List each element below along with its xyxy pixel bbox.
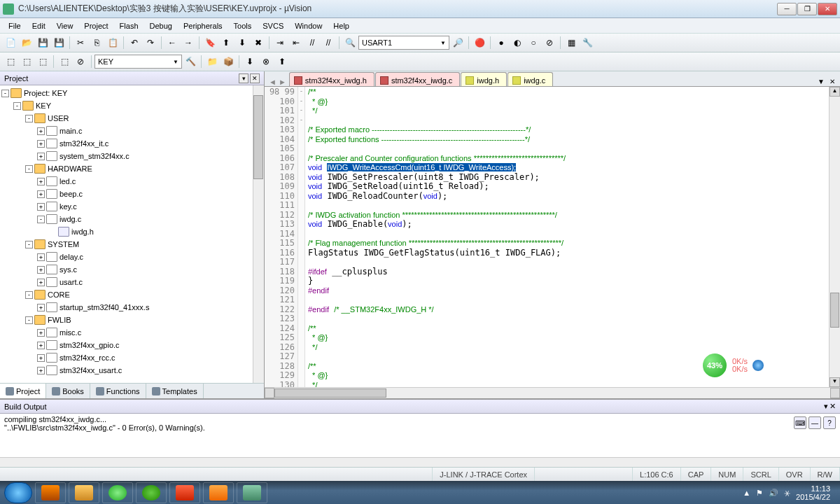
uncomment-button[interactable]: // bbox=[321, 35, 336, 50]
open-file-button[interactable]: 📂 bbox=[19, 35, 34, 50]
ime-help-button[interactable]: ? bbox=[823, 416, 836, 429]
code-view[interactable]: 98 99 100 101 102 103 104 105 106 107 10… bbox=[265, 87, 840, 387]
bookmark-next-button[interactable]: ⬇ bbox=[234, 35, 250, 50]
menu-flash[interactable]: Flash bbox=[114, 20, 144, 31]
bottom-tab-templates[interactable]: Templates bbox=[146, 384, 204, 398]
tree-file-iwdg-c[interactable]: -iwdg.c bbox=[1, 213, 262, 225]
taskbar[interactable]: ▲ ⚑ 🔊 ⚹ 11:13 2015/4/22 bbox=[0, 481, 840, 504]
tray-up-icon[interactable]: ▲ bbox=[743, 489, 750, 497]
system-tray[interactable]: ▲ ⚑ 🔊 ⚹ 11:13 2015/4/22 bbox=[743, 484, 836, 501]
ime-mode-button[interactable]: — bbox=[808, 416, 821, 429]
task-powerpoint[interactable] bbox=[169, 482, 200, 503]
tree-scrollbar[interactable] bbox=[253, 85, 264, 383]
debug-button[interactable]: 🔴 bbox=[472, 35, 487, 50]
window-button[interactable]: ▦ bbox=[564, 35, 579, 50]
tab-close-button[interactable]: ✕ bbox=[827, 76, 837, 86]
tree-file-startup_stm32f40_41xxx-s[interactable]: +startup_stm32f40_41xxx.s bbox=[1, 301, 262, 314]
outdent-button[interactable]: ⇤ bbox=[288, 35, 304, 50]
tab-menu-button[interactable]: ▼ bbox=[816, 76, 826, 86]
tree-file-key-c[interactable]: +key.c bbox=[1, 200, 262, 213]
task-app-3[interactable] bbox=[203, 482, 234, 503]
breakpoint-enable-button[interactable]: ◐ bbox=[510, 35, 525, 50]
manage-button[interactable]: 📁 bbox=[204, 54, 220, 69]
indent-button[interactable]: ⇥ bbox=[272, 35, 288, 50]
file-tab-stm32f4xx_iwdg-c[interactable]: stm32f4xx_iwdg.c bbox=[375, 72, 460, 86]
menu-help[interactable]: Help bbox=[328, 20, 355, 31]
tree-project[interactable]: -Project: KEY bbox=[1, 87, 262, 99]
configure-button[interactable]: 🔧 bbox=[580, 35, 595, 50]
find-button[interactable]: 🔍 bbox=[342, 35, 358, 50]
tree-file-delay-c[interactable]: +delay.c bbox=[1, 251, 262, 263]
find-combo[interactable]: USART1▼ bbox=[358, 36, 449, 50]
find-in-files-button[interactable]: 🔎 bbox=[450, 35, 465, 50]
breakpoint-disable-button[interactable]: ○ bbox=[526, 35, 541, 50]
stop-build-button[interactable]: ⊘ bbox=[73, 54, 88, 69]
options-button[interactable]: 🔨 bbox=[183, 54, 198, 69]
tree-file-led-c[interactable]: +led.c bbox=[1, 175, 262, 188]
menu-file[interactable]: File bbox=[3, 20, 27, 31]
breakpoint-insert-button[interactable]: ● bbox=[493, 35, 509, 50]
erase-button[interactable]: ⊗ bbox=[258, 54, 274, 69]
tree-file-sys-c[interactable]: +sys.c bbox=[1, 263, 262, 276]
tree-file-main-c[interactable]: +main.c bbox=[1, 125, 262, 137]
menu-project[interactable]: Project bbox=[78, 20, 113, 31]
task-app-1[interactable] bbox=[35, 482, 66, 503]
tree-group-system[interactable]: -SYSTEM bbox=[1, 238, 262, 251]
minimize-button[interactable]: ─ bbox=[777, 3, 797, 15]
project-tree[interactable]: -Project: KEY-KEY-USER+main.c+stm32f4xx_… bbox=[0, 85, 264, 383]
menu-svcs[interactable]: SVCS bbox=[257, 20, 289, 31]
task-explorer[interactable] bbox=[69, 482, 99, 503]
comment-button[interactable]: // bbox=[304, 35, 320, 50]
source-text[interactable]: /** * @} */ /* Exported macro ----------… bbox=[305, 87, 829, 387]
menu-window[interactable]: Window bbox=[289, 20, 328, 31]
undo-button[interactable]: ↶ bbox=[127, 35, 142, 50]
tree-group-fwlib[interactable]: -FWLIB bbox=[1, 314, 262, 326]
tree-file-stm32f4xx_rcc-c[interactable]: +stm32f4xx_rcc.c bbox=[1, 351, 262, 364]
tree-group-user[interactable]: -USER bbox=[1, 112, 262, 125]
bottom-tab-project[interactable]: Project bbox=[0, 384, 46, 398]
download-button[interactable]: ⬇ bbox=[242, 54, 258, 69]
build-output-text[interactable]: compiling stm32f4xx_iwdg.c... "..\FWLIB\… bbox=[0, 414, 840, 457]
tree-file-system_stm32f4xx-c[interactable]: +system_stm32f4xx.c bbox=[1, 150, 262, 162]
build-output-hscroll[interactable] bbox=[0, 457, 840, 467]
redo-button[interactable]: ↷ bbox=[143, 35, 158, 50]
editor-vscroll[interactable]: ▲▼ bbox=[829, 87, 840, 387]
menu-debug[interactable]: Debug bbox=[144, 20, 178, 31]
tray-flag-icon[interactable]: ⚑ bbox=[756, 489, 763, 498]
new-file-button[interactable]: 📄 bbox=[3, 35, 18, 50]
load-button[interactable]: ⬆ bbox=[274, 54, 290, 69]
file-tab-iwdg-h[interactable]: iwdg.h bbox=[461, 72, 507, 86]
bottom-tab-functions[interactable]: Functions bbox=[90, 384, 146, 398]
translate-button[interactable]: ⬚ bbox=[3, 54, 18, 69]
task-uvision[interactable] bbox=[237, 482, 267, 503]
tree-file-stm32f4xx_usart-c[interactable]: +stm32f4xx_usart.c bbox=[1, 364, 262, 377]
target-combo[interactable]: KEY▼ bbox=[94, 55, 182, 69]
manage-rte-button[interactable]: 📦 bbox=[220, 54, 236, 69]
start-button[interactable] bbox=[4, 482, 32, 503]
tree-file-misc-c[interactable]: +misc.c bbox=[1, 326, 262, 339]
bookmark-clear-button[interactable]: ✖ bbox=[251, 35, 266, 50]
bookmark-prev-button[interactable]: ⬆ bbox=[218, 35, 234, 50]
file-tab-iwdg-c[interactable]: iwdg.c bbox=[507, 72, 553, 86]
maximize-button[interactable]: ❐ bbox=[797, 3, 817, 15]
close-button[interactable]: ✕ bbox=[818, 3, 837, 15]
nav-back-button[interactable]: ← bbox=[164, 35, 180, 50]
tree-target[interactable]: -KEY bbox=[1, 99, 262, 112]
paste-button[interactable]: 📋 bbox=[105, 35, 120, 50]
tree-file-stm32f4xx_it-c[interactable]: +stm32f4xx_it.c bbox=[1, 137, 262, 150]
save-button[interactable]: 💾 bbox=[35, 35, 50, 50]
task-browser[interactable] bbox=[102, 482, 133, 503]
cut-button[interactable]: ✂ bbox=[73, 35, 88, 50]
panel-pin-button[interactable]: ▾ bbox=[239, 74, 248, 83]
rebuild-button[interactable]: ⬚ bbox=[35, 54, 50, 69]
tray-net-icon[interactable]: ⚹ bbox=[784, 489, 790, 498]
tree-file-stm32f4xx_gpio-c[interactable]: +stm32f4xx_gpio.c bbox=[1, 339, 262, 351]
editor-hscroll[interactable] bbox=[265, 387, 840, 398]
fold-gutter[interactable]: - - - - bbox=[298, 87, 305, 387]
save-all-button[interactable]: 💾 bbox=[51, 35, 66, 50]
tray-vol-icon[interactable]: 🔊 bbox=[769, 489, 778, 498]
build-panel-pin-button[interactable]: ▾ bbox=[824, 402, 828, 411]
menu-view[interactable]: View bbox=[51, 20, 79, 31]
menu-edit[interactable]: Edit bbox=[27, 20, 51, 31]
tree-group-hardware[interactable]: -HARDWARE bbox=[1, 162, 262, 175]
